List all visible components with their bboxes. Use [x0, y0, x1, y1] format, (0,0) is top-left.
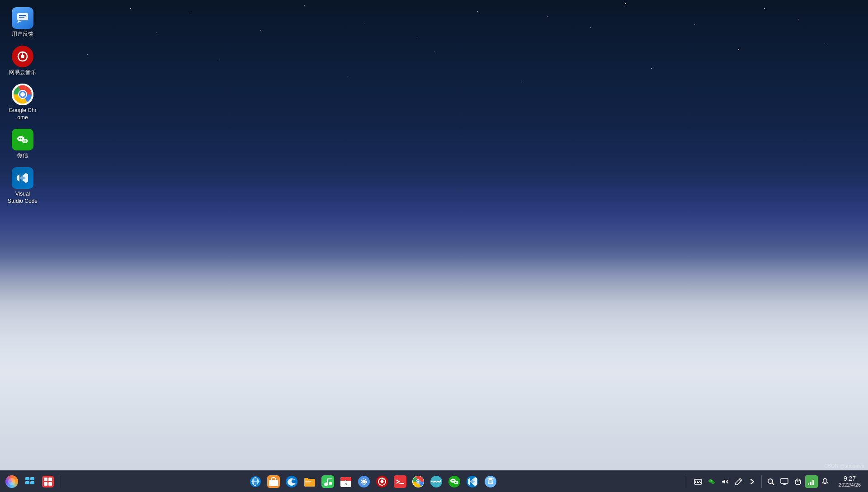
arrow-tray-icon[interactable] — [746, 475, 759, 488]
svg-rect-71 — [489, 478, 492, 479]
recycle-icon[interactable] — [482, 473, 499, 490]
svg-rect-35 — [305, 483, 310, 483]
deepin-browser-icon[interactable] — [247, 473, 264, 490]
settings-icon[interactable] — [356, 473, 372, 490]
svg-point-85 — [711, 480, 712, 481]
chrome-icon — [12, 84, 33, 105]
system-tray — [690, 475, 833, 488]
svg-point-32 — [286, 476, 297, 487]
desktop-icon-chrome[interactable]: Google Chrome — [5, 81, 41, 124]
wechat-label: 微信 — [17, 152, 28, 159]
svg-rect-21 — [30, 481, 34, 484]
screen-tray-icon[interactable] — [778, 475, 791, 488]
svg-point-59 — [417, 480, 420, 483]
svg-rect-75 — [694, 479, 702, 484]
svg-rect-24 — [48, 478, 52, 481]
svg-point-11 — [20, 92, 25, 97]
svg-point-64 — [453, 480, 454, 481]
svg-text:9: 9 — [345, 483, 347, 486]
svg-point-16 — [24, 141, 24, 141]
svg-point-5 — [21, 55, 24, 58]
notification-tray-icon[interactable] — [819, 475, 831, 488]
vscode-taskbar-icon[interactable] — [464, 473, 481, 490]
watermark: CSDN @sucanwa — [824, 463, 864, 469]
chrome-label: Google Chrome — [7, 107, 38, 121]
svg-point-51 — [381, 480, 384, 483]
network-tray-icon[interactable] — [805, 475, 818, 488]
search-tray-icon[interactable] — [764, 475, 777, 488]
svg-rect-95 — [812, 480, 814, 485]
launcher-icon[interactable] — [4, 473, 20, 490]
netease-icon — [12, 46, 33, 67]
svg-rect-26 — [48, 482, 52, 486]
clock-date: 2022/4/26 — [839, 482, 861, 488]
desktop-icon-netease[interactable]: 网易云音乐 — [5, 43, 41, 79]
svg-point-67 — [457, 482, 458, 483]
wechat-icon — [12, 129, 33, 150]
power-tray-icon[interactable] — [792, 475, 804, 488]
taskbar-divider-right — [686, 475, 686, 488]
svg-point-63 — [452, 480, 453, 481]
taskbar-right: 9:27 2022/4/26 — [680, 473, 868, 491]
svg-point-47 — [362, 480, 366, 483]
sky-stars — [0, 0, 868, 271]
svg-rect-31 — [269, 480, 278, 486]
svg-rect-77 — [697, 481, 698, 482]
desktop-icon-feedback[interactable]: 用户反馈 — [5, 5, 41, 41]
svg-rect-19 — [30, 477, 34, 480]
svg-rect-78 — [699, 481, 700, 482]
wechat-taskbar-icon[interactable] — [446, 473, 462, 490]
taskbar: 20 9 — [0, 470, 868, 492]
calendar-icon[interactable]: 20 9 — [338, 473, 354, 490]
taskbar-center: 20 9 — [66, 473, 680, 490]
svg-rect-23 — [44, 478, 47, 481]
multitask-icon[interactable] — [22, 473, 38, 490]
svg-rect-22 — [42, 476, 54, 487]
svg-point-14 — [21, 138, 22, 140]
svg-point-66 — [455, 482, 456, 483]
svg-rect-90 — [781, 478, 788, 483]
svg-rect-20 — [25, 481, 29, 484]
chrome-taskbar-icon[interactable] — [410, 473, 426, 490]
svg-rect-81 — [700, 482, 701, 483]
vscode-label: VisualStudio Code — [8, 191, 38, 205]
taskbar-divider-left — [60, 475, 60, 488]
svg-point-17 — [25, 141, 26, 141]
desktop: 用户反馈 网易云音乐 — [0, 0, 868, 492]
store-icon[interactable] — [265, 473, 282, 490]
svg-line-89 — [772, 483, 774, 485]
svg-point-84 — [710, 480, 711, 481]
desktop-icon-vscode[interactable]: VisualStudio Code — [5, 164, 41, 207]
appstore-taskbar-icon[interactable] — [40, 473, 56, 490]
svg-point-38 — [329, 482, 332, 485]
wechat-tray-icon[interactable] — [705, 475, 718, 488]
deepin-music-icon[interactable] — [428, 473, 444, 490]
edge-icon[interactable] — [283, 473, 300, 490]
svg-rect-25 — [44, 482, 47, 486]
feedback-icon — [12, 7, 33, 29]
svg-point-37 — [324, 483, 328, 486]
svg-rect-40 — [327, 478, 332, 479]
svg-marker-3 — [17, 20, 21, 23]
svg-point-83 — [711, 481, 715, 484]
netease-taskbar-icon[interactable] — [374, 473, 390, 490]
taskbar-left — [0, 473, 66, 490]
svg-point-13 — [19, 138, 20, 140]
svg-rect-34 — [305, 481, 311, 482]
svg-marker-86 — [722, 479, 725, 484]
volume-tray-icon[interactable] — [719, 475, 731, 488]
svg-point-65 — [454, 481, 458, 484]
music-icon[interactable] — [320, 473, 336, 490]
feedback-label: 用户反馈 — [12, 31, 33, 38]
files-icon[interactable] — [302, 473, 318, 490]
pen-tray-icon[interactable] — [732, 475, 745, 488]
clock-time: 9:27 — [844, 475, 856, 483]
desktop-icon-wechat[interactable]: 微信 — [5, 126, 41, 162]
keyboard-tray-icon[interactable] — [692, 475, 704, 488]
svg-rect-80 — [697, 482, 699, 483]
svg-rect-76 — [695, 481, 696, 482]
svg-rect-94 — [810, 482, 811, 485]
clock[interactable]: 9:27 2022/4/26 — [835, 473, 864, 491]
svg-rect-18 — [25, 477, 29, 480]
terminal-icon[interactable] — [392, 473, 408, 490]
